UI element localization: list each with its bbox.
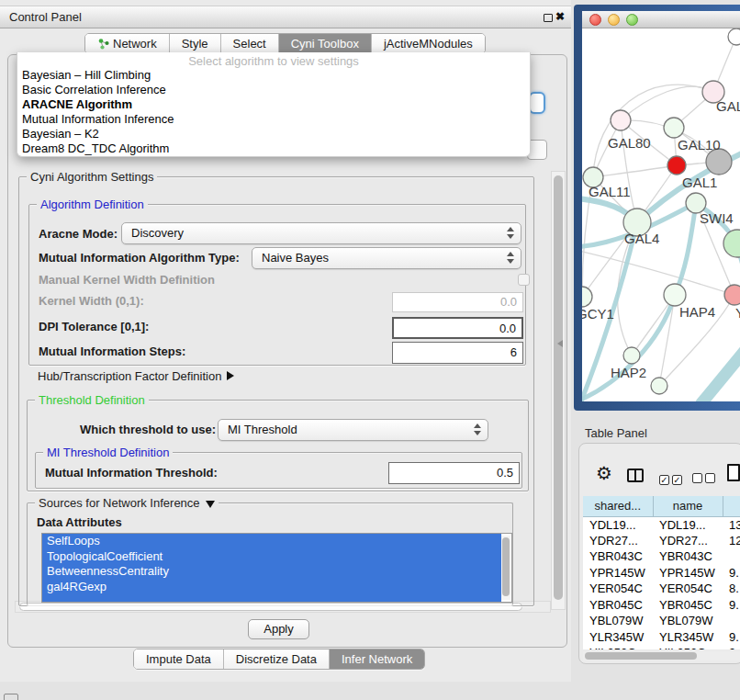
apply-button[interactable]: Apply: [248, 619, 309, 639]
disclosure-right-icon[interactable]: [227, 371, 234, 380]
aracne-mode-combo[interactable]: Discovery: [121, 222, 521, 244]
dpi-tolerance-field[interactable]: 0.0: [392, 317, 523, 339]
network-node[interactable]: [623, 347, 640, 364]
tab-jactivemnodules[interactable]: jActiveMNodules: [371, 34, 485, 53]
mi-threshold-field[interactable]: 0.5: [388, 462, 520, 484]
kernel-width-field[interactable]: 0.0: [392, 292, 523, 312]
scrollbar-thumb[interactable]: [502, 537, 510, 596]
table-row[interactable]: YDR27...YDR27...12: [583, 533, 740, 549]
table-horizontal-scrollbar[interactable]: [583, 651, 740, 660]
table-row[interactable]: YLR345WYLR345W9.: [583, 629, 740, 646]
network-node-label: HAP4: [679, 304, 715, 320]
gear-icon[interactable]: ⚙: [596, 464, 612, 482]
network-node[interactable]: [728, 28, 740, 45]
tab-select[interactable]: Select: [220, 34, 278, 53]
bottom-tab-impute-data[interactable]: Impute Data: [134, 649, 223, 669]
table-row[interactable]: YPR145WYPR145W9.: [583, 565, 740, 581]
network-node[interactable]: [667, 156, 686, 175]
network-window-titlebar[interactable]: [582, 11, 740, 28]
scrollbar-thumb[interactable]: [554, 175, 563, 600]
close-icon[interactable]: ✖: [555, 10, 565, 23]
table-row[interactable]: YBR045CYBR045C9.: [583, 597, 740, 614]
group-title: Threshold Definition: [35, 393, 149, 407]
network-node-label: GAL10: [678, 137, 721, 152]
table-row[interactable]: YBR043CYBR043C: [583, 548, 740, 565]
table-row[interactable]: YIL052CYIL052C9.: [583, 645, 740, 649]
algorithm-definition-group: Algorithm Definition Aracne Mode: Discov…: [28, 204, 526, 366]
network-node-label: GCY1: [582, 306, 614, 322]
document-icon[interactable]: [727, 464, 740, 481]
network-edge: [582, 251, 734, 295]
network-edge: [593, 165, 677, 177]
network-node[interactable]: [651, 378, 667, 394]
control-panel-title: Control Panel: [9, 6, 82, 28]
attribute-item[interactable]: SelfLoops: [42, 534, 501, 549]
table-row[interactable]: YDL19...YDL19...13: [583, 516, 740, 533]
tab-style[interactable]: Style: [169, 34, 220, 53]
manual-kernel-label: Manual Kernel Width Definition: [39, 273, 215, 288]
group-title: Algorithm Definition: [37, 198, 148, 211]
settings-vertical-scrollbar[interactable]: [551, 171, 566, 610]
deselect-all-columns-icon[interactable]: [692, 472, 718, 486]
tab-network[interactable]: Network: [85, 34, 169, 53]
table-panel-title: Table Panel: [585, 426, 647, 440]
traffic-light-zoom-icon[interactable]: [626, 14, 638, 26]
table-column-header[interactable]: shared...: [583, 496, 653, 516]
group-title: MI Threshold Definition: [43, 446, 173, 459]
algorithm-option[interactable]: Mutual Information Inference: [17, 112, 530, 127]
bottom-tab-discretize-data[interactable]: Discretize Data: [223, 649, 329, 669]
scrollbar-thumb[interactable]: [585, 652, 697, 660]
network-node[interactable]: [723, 230, 740, 257]
network-node-label: GAL80: [608, 135, 651, 151]
algorithm-option[interactable]: Basic Correlation Inference: [17, 83, 530, 97]
algorithm-option[interactable]: Bayesian – K2: [17, 127, 530, 141]
cyni-algorithm-settings-group: Cyni Algorithm Settings Algorithm Defini…: [18, 176, 534, 606]
network-node[interactable]: [724, 285, 740, 305]
data-attributes-list[interactable]: SelfLoopsTopologicalCoefficientBetweenne…: [41, 533, 512, 603]
threshold-definition-group: Threshold Definition Which threshold to …: [27, 400, 529, 491]
mi-threshold-definition-group: MI Threshold Definition Mutual Informati…: [35, 452, 522, 489]
network-node[interactable]: [664, 284, 686, 306]
which-threshold-combo[interactable]: MI Threshold: [218, 419, 488, 441]
which-threshold-label: Which threshold to use:: [80, 419, 216, 441]
bottom-tab-infer-network[interactable]: Infer Network: [329, 649, 424, 669]
attribute-item[interactable]: BetweennessCentrality: [42, 564, 501, 580]
hub-definition-expander[interactable]: Hub/Transcription Factor Definition: [38, 369, 234, 384]
attribute-item[interactable]: TopologicalCoefficient: [42, 549, 501, 565]
network-canvas[interactable]: GALGAL80GAL10GAL1GAL11SWI4GAL4GCY1HAP4YH…: [582, 28, 740, 401]
network-node[interactable]: [664, 118, 684, 138]
attribute-item[interactable]: gal4RGexp: [42, 580, 501, 595]
group-title: Sources for Network Inference: [35, 496, 219, 510]
control-panel-titlebar[interactable]: Control Panel ✖: [0, 6, 571, 28]
table-column-header[interactable]: A: [723, 496, 740, 516]
split-pane-collapse-icon[interactable]: [557, 340, 563, 347]
table-row[interactable]: YBL079WYBL079W: [583, 613, 740, 629]
algorithm-option[interactable]: Dream8 DC_TDC Algorithm: [17, 141, 530, 156]
manual-kernel-checkbox[interactable]: [518, 274, 530, 286]
mi-steps-field[interactable]: 6: [392, 342, 523, 364]
table-row[interactable]: YER054CYER054C8.: [583, 581, 740, 597]
network-node-label: SWI4: [700, 210, 734, 226]
network-view-window[interactable]: GALGAL80GAL10GAL1GAL11SWI4GAL4GCY1HAP4YH…: [574, 5, 740, 411]
table-column-header[interactable]: name: [653, 496, 723, 516]
disclosure-down-icon[interactable]: [206, 501, 215, 508]
select-all-columns-icon[interactable]: ✓✓: [659, 472, 685, 486]
traffic-light-close-icon[interactable]: [589, 14, 601, 26]
inference-algorithm-combo-fragment[interactable]: [529, 92, 545, 114]
network-node[interactable]: [611, 110, 631, 130]
network-graph: GALGAL80GAL10GAL1GAL11SWI4GAL4GCY1HAP4YH…: [582, 28, 740, 401]
algorithm-option[interactable]: ARACNE Algorithm: [17, 97, 530, 112]
network-node[interactable]: [582, 287, 592, 307]
minimized-panel-icon[interactable]: [4, 694, 18, 700]
network-edge-highlighted: [701, 341, 740, 401]
mi-type-combo[interactable]: Naive Bayes: [252, 247, 521, 269]
algorithm-option[interactable]: Bayesian – Hill Climbing: [17, 68, 530, 83]
list-scrollbar[interactable]: [501, 536, 510, 600]
float-window-icon[interactable]: [544, 14, 553, 22]
tab-cyni-toolbox[interactable]: Cyni Toolbox: [278, 34, 371, 53]
traffic-light-minimize-icon[interactable]: [608, 14, 620, 26]
network-node-label: HAP2: [611, 365, 646, 380]
columns-icon[interactable]: [627, 469, 644, 482]
network-node[interactable]: [706, 149, 732, 175]
attribute-item-partial[interactable]: [42, 594, 501, 603]
